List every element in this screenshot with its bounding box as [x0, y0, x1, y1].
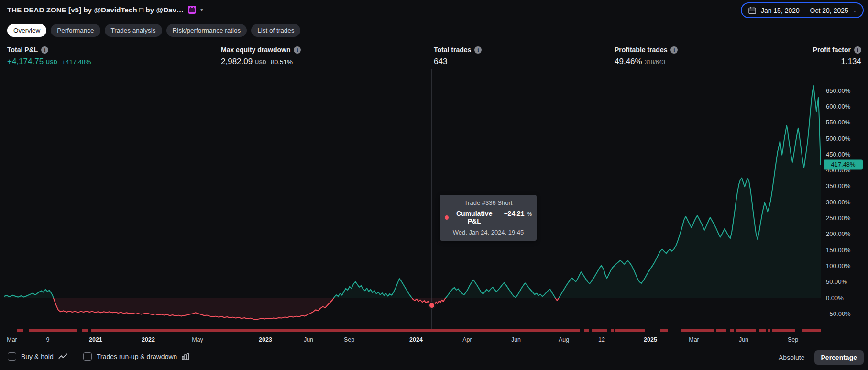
stat-label: Profitable trades: [615, 46, 667, 54]
stat-label: Total P&L: [7, 46, 38, 54]
percentage-button[interactable]: Percentage: [814, 350, 864, 365]
y-axis-tick-label: 50.00%: [826, 278, 847, 285]
stat-label: Max equity drawdown: [221, 46, 290, 54]
y-axis-tick-label: −50.00%: [826, 310, 851, 317]
date-range-label: Jan 15, 2020 — Oct 20, 2025: [761, 7, 848, 14]
stats-row: Total P&Li +4,174.75USD+417.48% Max equi…: [0, 46, 868, 68]
header: THE DEAD ZONE [v5] by @DavidTech □ by @D…: [0, 0, 868, 21]
drawdown-strip-segment: [736, 329, 756, 332]
equity-curve-positive: [4, 86, 821, 320]
strategy-icon[interactable]: [188, 6, 196, 14]
stat-unit: USD: [255, 59, 266, 65]
chevron-down-icon: ⌄: [853, 7, 857, 13]
tab-performance[interactable]: Performance: [51, 24, 100, 37]
info-icon[interactable]: i: [854, 46, 861, 54]
drawdown-strip-segment: [772, 329, 795, 332]
report-tabs: Overview Performance Trades analysis Ris…: [7, 24, 300, 37]
drawdown-strip-segment: [759, 329, 766, 332]
stat-label: Total trades: [434, 46, 471, 54]
current-value-badge: [824, 159, 863, 169]
x-axis-tick-label: 2021: [89, 336, 102, 343]
tab-trades-analysis[interactable]: Trades analysis: [105, 24, 162, 37]
y-axis-tick-label: 600.00%: [826, 103, 851, 110]
x-axis-tick-label: 9: [46, 336, 50, 343]
y-axis-tick-label: 200.00%: [826, 230, 851, 237]
drawdown-strip-segment: [681, 329, 714, 332]
line-chart-icon: [58, 353, 68, 360]
tab-overview[interactable]: Overview: [7, 24, 46, 37]
drawdown-strip-segment: [615, 329, 645, 332]
buy-hold-toggle[interactable]: Buy & hold: [8, 352, 68, 361]
stat-label: Profit factor: [813, 46, 851, 54]
y-axis-tick-label: 400.00%: [826, 167, 851, 174]
x-axis-tick-label: 2025: [644, 336, 657, 343]
stat-ratio: 318/643: [645, 59, 665, 66]
y-axis-tick-label: 450.00%: [826, 151, 851, 158]
runup-drawdown-label: Trades run-up & drawdown: [97, 353, 177, 360]
y-axis-tick-label: 0.00%: [826, 294, 844, 302]
equity-area-negative: [4, 86, 821, 320]
stat-value: 49.46%: [615, 57, 642, 67]
tooltip-trade-label: Trade #336 Short: [445, 199, 532, 206]
buy-hold-checkbox[interactable]: [8, 352, 16, 361]
stat-profit-factor: Profit factori 1.134: [813, 46, 861, 67]
drawdown-strip-segment: [802, 329, 821, 332]
buy-hold-label: Buy & hold: [21, 353, 54, 360]
chevron-down-icon[interactable]: ▾: [200, 7, 203, 13]
x-axis-tick-label: Jun: [304, 336, 313, 343]
date-range-button[interactable]: Jan 15, 2020 — Oct 20, 2025 ⌄: [741, 2, 864, 18]
absolute-button[interactable]: Absolute: [777, 351, 806, 364]
stat-total-trades: Total tradesi 643: [434, 46, 482, 67]
stat-value: +4,174.75: [7, 57, 44, 67]
trade-tooltip: Trade #336 Short Cumulative P&L −24.21 %…: [440, 195, 537, 241]
drawdown-strip-segment: [29, 329, 77, 332]
y-axis-tick-label: 550.00%: [826, 119, 851, 126]
value-mode-switch: Absolute Percentage: [777, 350, 864, 365]
drawdown-strip-segment: [91, 329, 580, 332]
x-axis-tick-label: Sep: [788, 336, 798, 343]
drawdown-strip-segment: [17, 329, 23, 332]
y-axis-tick-label: 250.00%: [826, 214, 851, 222]
info-icon[interactable]: i: [41, 46, 48, 54]
page-title: THE DEAD ZONE [v5] by @DavidTech □ by @D…: [7, 6, 184, 14]
runup-drawdown-checkbox[interactable]: [83, 352, 92, 361]
drawdown-strip-segment: [768, 329, 770, 332]
trade-marker-dot: [429, 303, 435, 309]
drawdown-strip-segment: [611, 329, 614, 332]
equity-area-positive: [4, 86, 821, 320]
drawdown-strip-segment: [82, 329, 88, 332]
runup-drawdown-toggle[interactable]: Trades run-up & drawdown: [83, 352, 189, 361]
strategy-tester-panel: THE DEAD ZONE [v5] by @DavidTech □ by @D…: [0, 0, 868, 370]
drawdown-strip-segment: [584, 329, 589, 332]
drawdown-strip-segment: [730, 329, 734, 332]
x-axis-tick-label: 2023: [259, 336, 272, 343]
y-axis-tick-label: 650.00%: [826, 87, 851, 94]
info-icon[interactable]: i: [474, 46, 482, 54]
tooltip-series-name: Cumulative P&L: [451, 210, 497, 225]
x-axis-tick-label: Sep: [344, 336, 354, 343]
info-icon[interactable]: i: [294, 46, 301, 54]
equity-curve-negative: [4, 86, 821, 320]
stat-sub-value: 80.51%: [271, 58, 293, 66]
stat-value: 643: [434, 57, 447, 67]
series-dot-icon: [445, 215, 449, 220]
x-axis-tick-label: 12: [598, 336, 605, 343]
stat-profitable-trades: Profitable tradesi 49.46%318/643: [615, 46, 678, 67]
tooltip-value-unit: %: [527, 211, 532, 217]
tab-list-of-trades[interactable]: List of trades: [251, 24, 300, 37]
drawdown-strip-segment: [716, 329, 726, 332]
stat-unit: USD: [46, 59, 57, 65]
info-icon[interactable]: i: [670, 46, 678, 54]
y-axis-tick-label: 150.00%: [826, 247, 851, 254]
stat-value: 2,982.09: [221, 57, 253, 67]
x-axis-tick-label: Mar: [7, 336, 17, 343]
tab-risk-performance-ratios[interactable]: Risk/performance ratios: [166, 24, 247, 37]
drawdown-strip-segment: [592, 329, 607, 332]
stat-sub-value: +417.48%: [62, 58, 91, 66]
y-axis-tick-label: 350.00%: [826, 182, 851, 190]
x-axis-tick-label: Mar: [689, 336, 699, 343]
x-axis-tick-label: Apr: [462, 336, 472, 343]
chart-footer: Buy & hold Trades run-up & drawdown Abso…: [0, 348, 868, 370]
x-axis-tick-label: 2024: [409, 336, 423, 343]
x-axis-tick-label: 2022: [142, 336, 155, 343]
